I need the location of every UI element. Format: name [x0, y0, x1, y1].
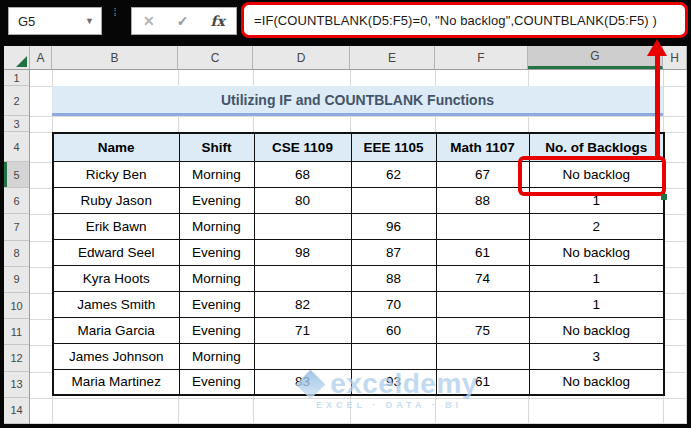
cell[interactable]: 71 — [254, 317, 351, 343]
cell[interactable]: Evening — [179, 291, 254, 317]
column-header-a[interactable]: A — [30, 46, 52, 69]
cell[interactable]: 93 — [351, 369, 436, 395]
row-header-12[interactable]: 12 — [4, 345, 29, 371]
cell[interactable]: 98 — [254, 239, 351, 265]
cell[interactable]: 80 — [254, 187, 351, 213]
cell[interactable]: 75 — [436, 317, 529, 343]
select-all-triangle-icon — [16, 56, 27, 67]
name-box[interactable]: G5 ▼ — [8, 7, 102, 35]
cell[interactable]: 61 — [436, 239, 529, 265]
cell[interactable]: Maria Martinez — [53, 369, 179, 395]
cell[interactable]: Morning — [179, 343, 254, 369]
spreadsheet: ABCDEFGH 1234567891011121314 Utilizing I… — [4, 46, 687, 424]
row-header-13[interactable]: 13 — [4, 372, 29, 398]
cell[interactable]: 82 — [254, 291, 351, 317]
formula-toolbar: G5 ▼ ⁞ ✕ ✓ fx =IF(COUNTBLANK(D5:F5)=0, "… — [0, 0, 691, 46]
cell[interactable]: 1 — [529, 291, 664, 317]
cell[interactable]: Ricky Ben — [53, 161, 179, 187]
table-row: Maria GarciaEvening716075No backlog — [53, 317, 664, 343]
cell[interactable]: James Smith — [53, 291, 179, 317]
cell[interactable]: Evening — [179, 239, 254, 265]
cell[interactable]: Evening — [179, 317, 254, 343]
chevron-down-icon[interactable]: ▼ — [85, 16, 101, 26]
row-header-7[interactable]: 7 — [4, 214, 29, 240]
formula-bar[interactable]: =IF(COUNTBLANK(D5:F5)=0, "No backlog",CO… — [241, 2, 688, 38]
cell[interactable]: 87 — [351, 239, 436, 265]
cancel-icon[interactable]: ✕ — [143, 13, 155, 29]
cell[interactable] — [436, 291, 529, 317]
row-header-3[interactable]: 3 — [4, 116, 29, 132]
title-banner-text: Utilizing IF and COUNTBLANK Functions — [221, 92, 494, 108]
cell[interactable]: 2 — [529, 213, 664, 239]
cell[interactable]: 67 — [436, 161, 529, 187]
column-header-f[interactable]: F — [435, 46, 528, 69]
column-header-g[interactable]: G — [528, 46, 663, 69]
cell[interactable]: 83 — [254, 369, 351, 395]
cell[interactable]: 3 — [529, 343, 664, 369]
table-header-cell[interactable]: Shift — [179, 133, 254, 161]
cell[interactable] — [351, 187, 436, 213]
cell[interactable]: Kyra Hoots — [53, 265, 179, 291]
cell[interactable]: 68 — [254, 161, 351, 187]
row-header-5[interactable]: 5 — [4, 162, 29, 188]
table-header-cell[interactable]: Math 1107 — [436, 133, 529, 161]
cell[interactable]: No backlog — [529, 239, 664, 265]
cell[interactable]: Morning — [179, 213, 254, 239]
cell[interactable] — [436, 343, 529, 369]
row-header-14[interactable]: 14 — [4, 398, 29, 424]
insert-function-icon[interactable]: fx — [211, 13, 225, 29]
column-header-b[interactable]: B — [52, 46, 178, 69]
gridline — [30, 398, 687, 399]
row-header-11[interactable]: 11 — [4, 319, 29, 345]
row-header-2[interactable]: 2 — [4, 86, 29, 116]
cell[interactable]: No backlog — [529, 317, 664, 343]
cell[interactable]: Morning — [179, 161, 254, 187]
cell[interactable]: 70 — [351, 291, 436, 317]
enter-icon[interactable]: ✓ — [177, 13, 189, 29]
row-header-8[interactable]: 8 — [4, 241, 29, 267]
cell[interactable]: 88 — [436, 187, 529, 213]
row-header-4[interactable]: 4 — [4, 132, 29, 162]
column-header-e[interactable]: E — [350, 46, 435, 69]
cell[interactable]: Edward Seel — [53, 239, 179, 265]
cell[interactable] — [436, 213, 529, 239]
annotation-arrow-head-icon — [647, 39, 667, 56]
fill-handle[interactable] — [661, 194, 667, 200]
highlight-box-g5 — [518, 156, 666, 196]
column-headers: ABCDEFGH — [4, 46, 687, 70]
cell[interactable]: Erik Bawn — [53, 213, 179, 239]
cell[interactable] — [254, 265, 351, 291]
cell[interactable]: Ruby Jason — [53, 187, 179, 213]
cell[interactable]: Maria Garcia — [53, 317, 179, 343]
cell[interactable]: James Johnson — [53, 343, 179, 369]
row-headers: 1234567891011121314 — [4, 70, 30, 424]
cell[interactable]: 88 — [351, 265, 436, 291]
cell[interactable] — [351, 343, 436, 369]
row-header-10[interactable]: 10 — [4, 293, 29, 319]
cell[interactable] — [254, 213, 351, 239]
cell[interactable]: 74 — [436, 265, 529, 291]
column-header-d[interactable]: D — [253, 46, 350, 69]
table-header-cell[interactable]: CSE 1109 — [254, 133, 351, 161]
cell[interactable]: Morning — [179, 265, 254, 291]
name-box-value: G5 — [9, 14, 35, 29]
row-header-6[interactable]: 6 — [4, 188, 29, 214]
column-header-c[interactable]: C — [178, 46, 253, 69]
table-header-cell[interactable]: EEE 1105 — [351, 133, 436, 161]
title-banner-cell[interactable]: Utilizing IF and COUNTBLANK Functions — [52, 86, 663, 116]
formula-text: =IF(COUNTBLANK(D5:F5)=0, "No backlog",CO… — [244, 13, 657, 28]
select-all-button[interactable] — [4, 46, 30, 69]
cell[interactable]: 60 — [351, 317, 436, 343]
cell[interactable]: 61 — [436, 369, 529, 395]
row-header-1[interactable]: 1 — [4, 70, 29, 86]
gridline — [30, 116, 687, 117]
cell[interactable]: No backlog — [529, 369, 664, 395]
cell[interactable]: 1 — [529, 265, 664, 291]
cell[interactable]: Evening — [179, 187, 254, 213]
cell[interactable] — [254, 343, 351, 369]
row-header-9[interactable]: 9 — [4, 267, 29, 293]
table-header-cell[interactable]: Name — [53, 133, 179, 161]
cell[interactable]: 62 — [351, 161, 436, 187]
cell[interactable]: 96 — [351, 213, 436, 239]
cell[interactable]: Evening — [179, 369, 254, 395]
